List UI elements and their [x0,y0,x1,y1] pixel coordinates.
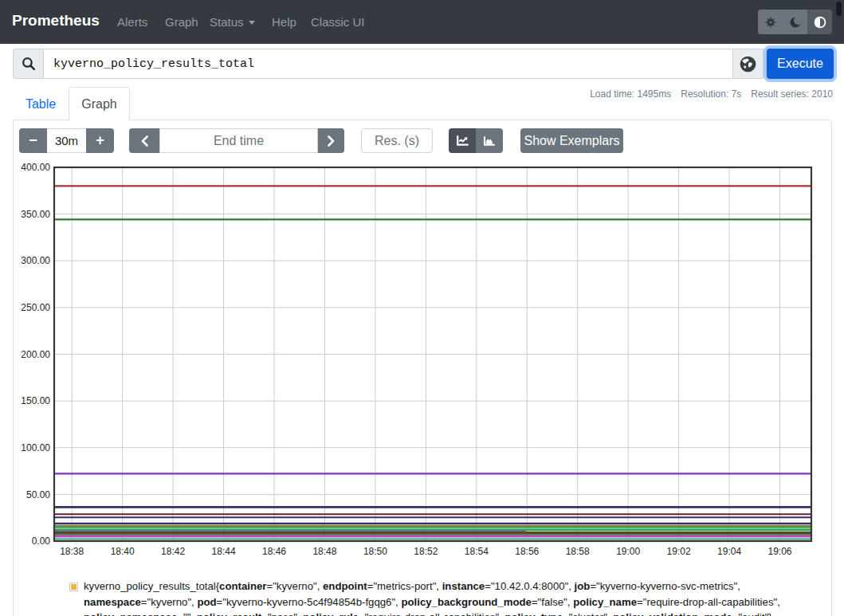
svg-text:19:00: 19:00 [616,546,640,557]
svg-text:200.00: 200.00 [21,349,50,360]
svg-text:0.00: 0.00 [32,536,51,547]
svg-text:300.00: 300.00 [21,255,50,266]
svg-text:50.00: 50.00 [26,489,50,500]
svg-text:19:02: 19:02 [667,546,691,557]
svg-text:18:56: 18:56 [515,546,539,557]
svg-text:250.00: 250.00 [21,302,50,313]
svg-text:400.00: 400.00 [21,162,50,173]
svg-text:18:54: 18:54 [465,546,489,557]
svg-text:100.00: 100.00 [21,442,50,453]
svg-text:18:38: 18:38 [60,546,84,557]
svg-text:19:06: 19:06 [767,546,791,557]
svg-text:18:42: 18:42 [161,546,185,557]
svg-text:18:58: 18:58 [566,546,590,557]
svg-text:18:52: 18:52 [414,546,438,557]
svg-text:150.00: 150.00 [21,395,50,406]
svg-text:18:46: 18:46 [262,546,286,557]
svg-text:18:44: 18:44 [212,546,236,557]
svg-text:18:50: 18:50 [363,546,387,557]
svg-text:19:04: 19:04 [717,546,741,557]
svg-text:18:48: 18:48 [312,546,336,557]
svg-text:18:40: 18:40 [111,546,135,557]
svg-text:350.00: 350.00 [21,209,50,220]
